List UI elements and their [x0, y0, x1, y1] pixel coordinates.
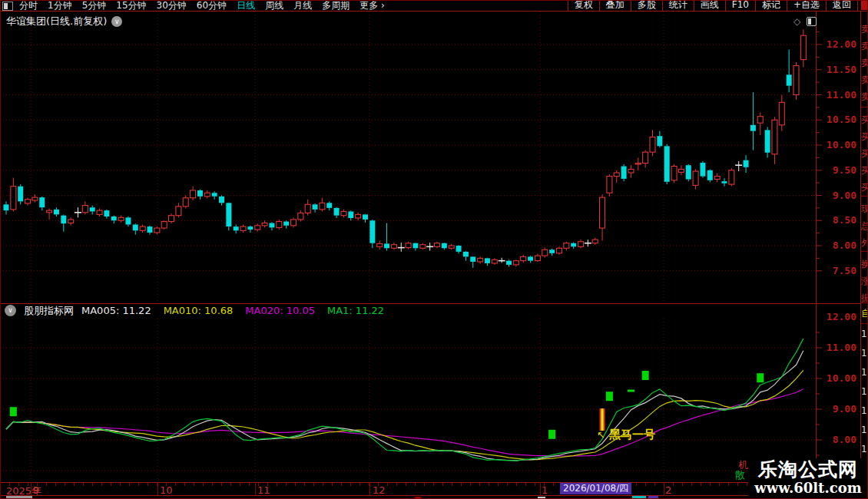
period-tab-2[interactable]: 1分钟 — [48, 1, 72, 11]
candle-down — [90, 207, 95, 211]
toolbar-button-1[interactable]: 复权 — [568, 0, 599, 11]
quote-panel-separator — [861, 251, 868, 252]
sub-axis-label: 12.00 — [819, 311, 856, 322]
candle-up — [25, 200, 31, 203]
candle-up — [161, 222, 167, 229]
candle-down — [363, 214, 368, 220]
watermark-title: 乐淘公式网 — [748, 458, 868, 481]
quote-panel-item: 1 — [861, 405, 867, 416]
candle-down — [765, 130, 770, 152]
period-tab-7[interactable]: 日线 — [237, 1, 255, 11]
period-tab-6[interactable]: 60分钟 — [197, 1, 227, 11]
clipped-text-fragment — [6, 496, 32, 498]
period-tab-8[interactable]: 周线 — [265, 1, 283, 11]
candle-up — [678, 169, 684, 172]
quote-panel-separator — [861, 196, 868, 197]
candle-up — [240, 226, 246, 230]
toolbar-button-4[interactable]: 统计 — [662, 0, 694, 11]
toolbar-button-9[interactable]: 返回 — [826, 0, 858, 11]
period-tab-1[interactable]: 分时 — [19, 1, 38, 11]
sub-ma-line-10 — [6, 370, 803, 459]
toolbar-button-8[interactable]: +自选 — [787, 0, 826, 11]
period-tab-5[interactable]: 30分钟 — [157, 1, 187, 11]
buy-signal-marker — [548, 430, 555, 439]
right-quote-panel[interactable]: 卖卖卖卖卖买买买买买现总外换涨振自1111111 — [861, 12, 868, 499]
quote-panel-item: 换 — [861, 258, 868, 271]
buy-signal-marker — [606, 392, 613, 401]
candle-up — [757, 117, 763, 124]
line-label-retail: 散 — [735, 468, 745, 482]
quote-panel-item: 买 — [861, 114, 868, 127]
candle-down — [528, 256, 533, 260]
candle-up — [190, 190, 196, 198]
candle-down — [234, 226, 239, 230]
period-tab-9[interactable]: 月线 — [293, 1, 312, 11]
buy-signal-marker — [642, 371, 649, 380]
panel-split-icon[interactable] — [807, 17, 817, 26]
quote-panel-item: 卖 — [861, 40, 868, 53]
month-separator — [369, 482, 370, 495]
quote-panel-item: 卖 — [861, 74, 868, 87]
collapse-chevron-icon[interactable]: ∨ — [5, 305, 16, 316]
chevron-down-icon[interactable]: ∨ — [111, 16, 122, 27]
candle-up — [154, 228, 160, 233]
candle-up — [513, 261, 518, 265]
sub-axis-label: 9.00 — [819, 403, 856, 415]
candle-down — [549, 250, 555, 253]
candle-down — [197, 190, 203, 197]
main-axis-label: 12.00 — [819, 38, 856, 50]
month-separator — [664, 482, 664, 495]
candle-up — [800, 35, 806, 59]
chart-title: 华谊集团(日线.前复权) — [6, 15, 107, 28]
candle-down — [219, 197, 224, 203]
toolbar-button-7[interactable]: 标记 — [755, 0, 787, 11]
candle-down — [506, 261, 512, 265]
candle-up — [600, 197, 605, 228]
candle-up — [772, 120, 777, 154]
candle-up — [305, 204, 310, 213]
candle-up — [535, 256, 540, 261]
quote-panel-item: 买 — [861, 131, 868, 144]
toolbar-button-6[interactable]: F10 — [725, 0, 755, 11]
month-label: 1 — [542, 484, 548, 496]
quote-panel-separator — [861, 302, 868, 303]
quote-panel-item: 1 — [861, 386, 867, 397]
candle-up — [47, 210, 52, 213]
period-tabs: 分时1分钟5分钟15分钟30分钟60分钟日线周线月线多周期更多 › — [19, 0, 385, 11]
candle-down — [621, 167, 627, 179]
layout-toggle-icon[interactable] — [2, 2, 13, 11]
period-tab-10[interactable]: 多周期 — [322, 1, 350, 11]
candle-down — [707, 170, 713, 180]
candle-up — [693, 171, 698, 185]
candle-up — [478, 258, 483, 262]
period-tab-3[interactable]: 5分钟 — [82, 1, 107, 11]
period-tab-11[interactable]: 更多 › — [359, 1, 385, 11]
diamond-icon[interactable]: ◇ — [793, 17, 800, 26]
candle-down — [247, 226, 253, 230]
month-label: 9 — [33, 484, 39, 496]
candle-up — [320, 203, 325, 210]
indicator-name[interactable]: 股朋指标网 — [24, 304, 74, 318]
candle-up — [556, 248, 562, 253]
main-axis-label: 8.50 — [819, 214, 856, 226]
candle-down — [147, 226, 153, 233]
candle-up — [11, 187, 16, 210]
quote-panel-item: 1 — [861, 329, 867, 339]
toolbar-button-5[interactable]: 画线 — [694, 0, 725, 11]
month-label: 2 — [665, 484, 671, 496]
quote-panel-item: 买 — [861, 164, 868, 177]
watermark-url: www.60lt.com — [748, 481, 868, 496]
toolbar-button-3[interactable]: 多股 — [631, 0, 662, 11]
toolbar-button-2[interactable]: 叠加 — [599, 0, 631, 11]
candle-down — [470, 256, 475, 262]
candle-up — [650, 137, 655, 153]
candle-down — [787, 74, 792, 85]
candle-up — [291, 220, 297, 226]
candle-down — [133, 224, 138, 230]
candle-down — [442, 243, 447, 249]
candle-up — [391, 245, 396, 249]
toolbar-buttons: 复权叠加多股统计画线F10标记+自选返回 — [568, 0, 858, 11]
candle-down — [269, 223, 274, 228]
period-tab-4[interactable]: 15分钟 — [116, 1, 146, 11]
quote-panel-item: 涨 — [861, 275, 868, 288]
